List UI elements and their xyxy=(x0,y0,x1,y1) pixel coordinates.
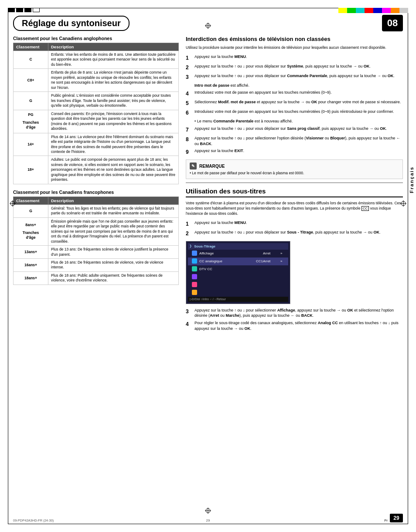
note-box: ✎ REMARQUE • Le mot de passe par défaut … xyxy=(186,159,403,179)
crosshair-right xyxy=(400,200,406,207)
francophone-col-description: Description xyxy=(48,197,179,204)
menu-header: 》 Sous-Titrage xyxy=(188,243,288,250)
step: 6Introduisez votre mot de passe en appuy… xyxy=(186,109,403,117)
menu-row: AffichageArret» xyxy=(188,250,288,258)
step: 5Sélectionnez Modif. mot de passe et app… xyxy=(186,99,403,107)
note-text: • Le mot de passe par défaut pour le nou… xyxy=(190,171,399,176)
sous-titres-steps-after: 3Appuyez sur la touche ↑ ou ↓ pour sélec… xyxy=(186,308,403,331)
interdiction-steps: 1Appuyez sur la touche MENU.2Appuyez sur… xyxy=(186,54,403,156)
chapter-number: 08 xyxy=(382,15,403,31)
step: 4Introduisez votre mot de passe en appuy… xyxy=(186,90,403,98)
interdiction-intro: Utilisez la procédure suivante pour inte… xyxy=(186,45,403,51)
page-border-left xyxy=(8,8,8,524)
sous-titres-intro: Votre système d'écran à plasma est pourv… xyxy=(186,201,403,217)
section-divider xyxy=(186,183,403,183)
menu-row xyxy=(188,273,288,281)
page-border-right xyxy=(408,8,408,524)
page-label: Fr xyxy=(384,518,388,522)
step: • Le menu Commande Parentale est à nouve… xyxy=(186,119,403,124)
crosshair-left xyxy=(10,200,16,207)
anglophone-table: Classement Description CEnfants: Vise le… xyxy=(13,43,179,184)
menu-footer: ▷D/Disl ○Intro ←/→Retour xyxy=(188,297,288,302)
corner-marks xyxy=(8,8,40,12)
main-content: Classement pour les Canadiens anglophone… xyxy=(13,36,403,519)
right-col-content: Interdiction des émissions de télévision… xyxy=(186,36,403,331)
table-row: GPublic général. L'émission est considér… xyxy=(14,92,179,110)
francophone-table: Classement Description GGénéral: Tous le… xyxy=(13,197,179,285)
table-row: 16ans+Plus de 16 ans: De fréquentes scèn… xyxy=(14,259,179,272)
table-row: 14+Plus de 14 ans: La violence peut être… xyxy=(14,133,179,156)
step: 3Appuyez sur la touche ↑ ou ↓ pour vous … xyxy=(186,73,403,81)
table-row: 13ans+Plus de 13 ans: De fréquentes scèn… xyxy=(14,246,179,259)
svg-rect-5 xyxy=(192,290,197,295)
svg-rect-3 xyxy=(192,274,197,279)
chapter-number-box: 08 xyxy=(382,15,403,31)
table-row: CEnfants: Vise les enfants de moins de 8… xyxy=(14,51,179,69)
sous-titres-steps-before: 1Appuyez sur la touche MENU.2Appuyez sur… xyxy=(186,220,403,237)
menu-screenshot: 》 Sous-TitrageAffichageArret»CC analogiq… xyxy=(186,241,290,304)
crosshair-top-center xyxy=(205,23,211,30)
svg-rect-1 xyxy=(192,258,197,264)
francophone-col-classement: Classement xyxy=(14,197,48,204)
anglophone-col-description: Description xyxy=(48,43,179,51)
footer-center: 29 xyxy=(206,518,210,522)
table-row: PGTranchesd'âgeConseil des parents: En p… xyxy=(14,110,179,133)
menu-row xyxy=(188,289,288,297)
svg-rect-0 xyxy=(192,251,197,256)
step: 3Appuyez sur la touche ↑ ou ↓ pour sélec… xyxy=(186,308,403,319)
page-border-bottom xyxy=(8,524,408,524)
step: 1Appuyez sur la touche MENU. xyxy=(186,220,403,228)
footer-left: 09-PDP42A3HD-FR (24-30) xyxy=(13,518,54,522)
step: 2Appuyez sur la touche ↑ ou ↓ pour vous … xyxy=(186,230,403,237)
crosshair-bottom-center xyxy=(205,508,211,515)
interdiction-title: Interdiction des émissions de télévision… xyxy=(186,36,403,43)
sous-titres-section: Utilisation des sous-titres Votre systèm… xyxy=(186,187,403,331)
sous-titres-title: Utilisation des sous-titres xyxy=(186,187,403,197)
interdiction-section: Interdiction des émissions de télévision… xyxy=(186,36,403,179)
table-row: 18+Adultes: Le public est composé de per… xyxy=(14,156,179,184)
table-row: 8ans+Tranchesd'âgeÉmission générale mais… xyxy=(14,217,179,245)
note-title: ✎ REMARQUE xyxy=(190,163,399,169)
page-title: Réglage du syntoniseur xyxy=(13,16,130,31)
anglophone-col-classement: Classement xyxy=(14,43,48,51)
note-icon: ✎ xyxy=(190,163,197,169)
francais-label: Français xyxy=(409,166,414,193)
step: 9Appuyez sur la touche EXIT. xyxy=(186,148,403,156)
step: Intro mot de passe est affiché. xyxy=(186,83,403,88)
page-number: 29 xyxy=(390,514,403,522)
svg-rect-4 xyxy=(192,282,197,287)
table-row: 18ans+Plus de 18 ans: Public adulte uniq… xyxy=(14,271,179,285)
table-row: C8+Enfants de plus de 8 ans: La violence… xyxy=(14,69,179,92)
step: 8Appuyez sur la touche ↑ ou ↓ pour sélec… xyxy=(186,136,403,146)
step: 4Pour régler le sous-titrage codé des ca… xyxy=(186,320,403,331)
table-row: GGénéral: Tous les âges et tous les enfa… xyxy=(14,204,179,217)
step: 1Appuyez sur la touche MENU. xyxy=(186,54,403,62)
step: 7Appuyez sur la touche ↑ ou ↓ pour vous … xyxy=(186,126,403,134)
francophone-section-heading: Classement pour les Canadiens francophon… xyxy=(13,190,179,195)
anglophone-section-heading: Classement pour les Canadiens anglophone… xyxy=(13,36,179,41)
svg-rect-2 xyxy=(192,266,197,271)
menu-row: CC analogiqueCC1Arret» xyxy=(188,258,288,265)
left-column: Classement pour les Canadiens anglophone… xyxy=(13,36,179,519)
menu-row xyxy=(188,281,288,289)
menu-row: DTV CC xyxy=(188,265,288,273)
right-column: Interdiction des émissions de télévision… xyxy=(186,36,403,519)
step: 2Appuyez sur la touche ↑ ou ↓ pour vous … xyxy=(186,64,403,71)
